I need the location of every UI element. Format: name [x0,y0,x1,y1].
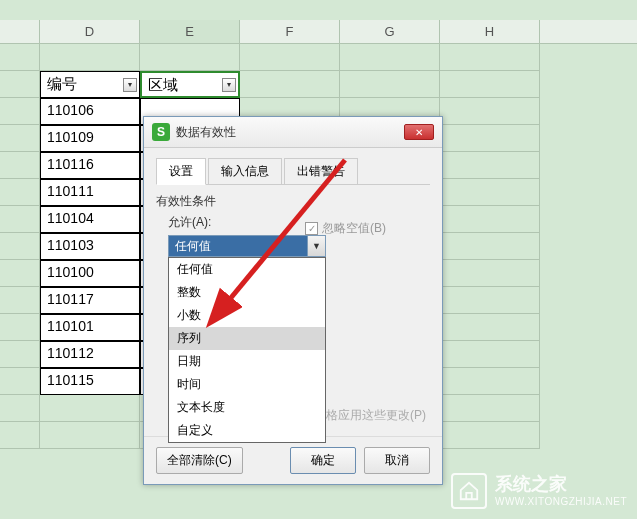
filter-dropdown-icon[interactable]: ▾ [123,78,137,92]
blank-cell[interactable] [140,44,240,71]
dialog-tabs: 设置 输入信息 出错警告 [156,158,430,185]
blank-cell[interactable] [240,44,340,71]
watermark: 系统之家 WWW.XITONGZHIJIA.NET [451,473,627,509]
ok-button[interactable]: 确定 [290,447,356,474]
row-header-corner [0,20,40,43]
header-region-label: 区域 [148,76,178,93]
allow-dropdown[interactable]: 任何值 ▼ 任何值 整数 小数 序列 日期 时间 文本长度 自定义 [168,235,430,257]
blank-cell[interactable] [40,44,140,71]
data-cell[interactable]: 110115 [40,368,140,395]
data-cell[interactable]: 110109 [40,125,140,152]
ignore-blank-checkbox: ✓ 忽略空值(B) [305,220,386,237]
close-icon: ✕ [415,127,423,138]
dropdown-option-date[interactable]: 日期 [169,350,325,373]
dialog-body: 设置 输入信息 出错警告 有效性条件 允许(A): 任何值 ▼ 任何值 整数 小… [144,148,442,436]
dropdown-option-list[interactable]: 序列 [169,327,325,350]
dropdown-option-any[interactable]: 任何值 [169,258,325,281]
dialog-footer: 全部清除(C) 确定 取消 [144,436,442,484]
tab-input-message[interactable]: 输入信息 [208,158,282,185]
dropdown-option-decimal[interactable]: 小数 [169,304,325,327]
watermark-name: 系统之家 [495,474,627,496]
data-cell[interactable]: 110101 [40,314,140,341]
dialog-titlebar[interactable]: S 数据有效性 ✕ [144,117,442,148]
ignore-blank-label: 忽略空值(B) [322,220,386,237]
chevron-down-icon[interactable]: ▼ [308,235,326,257]
blank-cell[interactable] [440,44,540,71]
filter-dropdown-icon[interactable]: ▾ [222,78,236,92]
data-cell[interactable]: 110116 [40,152,140,179]
allow-dropdown-list: 任何值 整数 小数 序列 日期 时间 文本长度 自定义 [168,257,326,443]
col-header-h[interactable]: H [440,20,540,43]
row-spacer [0,71,40,98]
close-button[interactable]: ✕ [404,124,434,140]
house-icon [451,473,487,509]
tab-error-alert[interactable]: 出错警告 [284,158,358,185]
column-headers: D E F G H [0,20,637,44]
clear-all-button[interactable]: 全部清除(C) [156,447,243,474]
blank-cell[interactable] [340,44,440,71]
data-cell[interactable]: 110104 [40,206,140,233]
data-cell[interactable]: 110103 [40,233,140,260]
header-id-label: 编号 [47,75,77,92]
col-header-f[interactable]: F [240,20,340,43]
data-validation-dialog: S 数据有效性 ✕ 设置 输入信息 出错警告 有效性条件 允许(A): 任何值 … [143,116,443,485]
blank-cell[interactable] [340,71,440,98]
blank-cell[interactable] [240,71,340,98]
cancel-button[interactable]: 取消 [364,447,430,474]
criteria-label: 有效性条件 [156,193,430,210]
dropdown-option-integer[interactable]: 整数 [169,281,325,304]
allow-label: 允许(A): [168,214,430,231]
data-cell[interactable]: 110106 [40,98,140,125]
dropdown-option-textlen[interactable]: 文本长度 [169,396,325,419]
blank-cell[interactable] [440,71,540,98]
data-cell[interactable]: 110100 [40,260,140,287]
header-cell-region[interactable]: 区域 ▾ [140,71,240,98]
data-cell[interactable]: 110112 [40,341,140,368]
data-cell[interactable]: 110117 [40,287,140,314]
col-header-g[interactable]: G [340,20,440,43]
header-cell-id[interactable]: 编号 ▾ [40,71,140,98]
row-spacer [0,44,40,71]
tab-settings[interactable]: 设置 [156,158,206,185]
app-icon: S [152,123,170,141]
dropdown-option-time[interactable]: 时间 [169,373,325,396]
col-header-d[interactable]: D [40,20,140,43]
allow-dropdown-field[interactable]: 任何值 [168,235,308,257]
col-header-e[interactable]: E [140,20,240,43]
dialog-title: 数据有效性 [176,124,404,141]
data-cell[interactable]: 110111 [40,179,140,206]
dropdown-option-custom[interactable]: 自定义 [169,419,325,442]
watermark-url: WWW.XITONGZHIJIA.NET [495,496,627,508]
checkbox-icon: ✓ [305,222,318,235]
